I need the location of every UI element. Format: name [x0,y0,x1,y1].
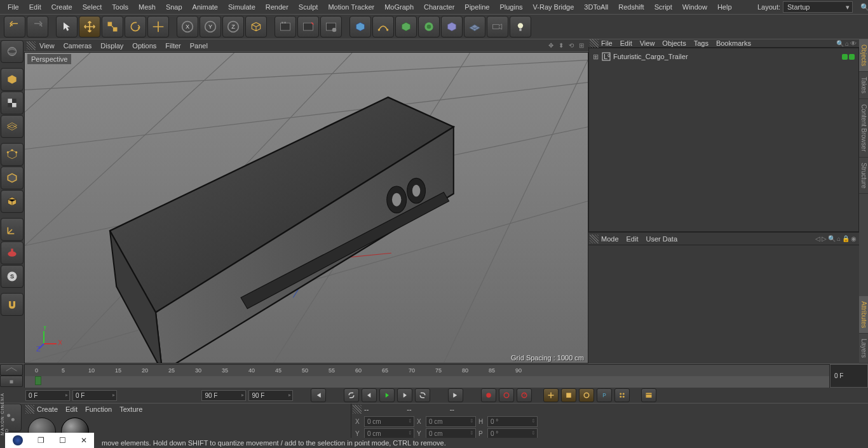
matmenu-edit[interactable]: Edit [65,405,78,413]
menu-create[interactable]: Create [46,1,78,13]
next-frame-button[interactable] [397,388,412,402]
point-mode-button[interactable] [1,143,24,166]
range-end-field[interactable]: 90 F [201,390,246,401]
nav-orbit-icon[interactable]: ⟲ [567,41,576,50]
omenu-file[interactable]: File [601,39,613,47]
menu-snap[interactable]: Snap [161,1,187,13]
rotate-tool-button[interactable] [125,16,146,37]
tab-structure[interactable]: Structure [859,158,868,194]
total-frames-field[interactable]: 90 F [248,390,293,401]
loop-fwd-button[interactable] [415,388,430,402]
omenu-bookmarks[interactable]: Bookmarks [716,39,751,47]
key-pos-button[interactable] [543,388,559,402]
drag-handle-icon[interactable] [590,234,599,243]
range-start-field[interactable]: 0 F [25,390,70,401]
tab-objects[interactable]: Objects [859,39,868,72]
key-scale-button[interactable] [561,388,576,402]
amenu-edit[interactable]: Edit [627,235,639,243]
omenu-view[interactable]: View [640,39,655,47]
menu-mesh[interactable]: Mesh [133,1,161,13]
x-axis-button[interactable]: X [177,16,198,37]
layout-dropdown[interactable]: Startup [783,1,853,13]
record-button[interactable] [481,388,496,402]
render-dot-icon[interactable] [849,54,855,60]
search-icon[interactable]: 🔍 [828,235,836,242]
render-view-button[interactable] [275,16,296,37]
menu-file[interactable]: File [3,1,24,13]
viewport-3d[interactable]: Perspective Grid Spacing : 1000 cm Y X Z [24,52,588,363]
scale-tool-button[interactable] [102,16,123,37]
menu-plugins[interactable]: Plugins [494,1,527,13]
viewport-solo-button[interactable] [1,241,24,264]
amenu-userdata[interactable]: User Data [646,235,678,243]
object-tree[interactable]: ⊞ L⁰ Futuristic_Cargo_Trailer [588,48,859,232]
maximize-icon[interactable]: ☐ [59,436,66,445]
matmenu-create[interactable]: Create [37,405,58,413]
tab-takes[interactable]: Takes [859,72,868,99]
model-mode-button[interactable] [1,68,24,91]
menu-3dtoall[interactable]: 3DToAll [579,1,613,13]
y-axis-button[interactable]: Y [200,16,221,37]
play-button[interactable] [379,388,395,402]
menu-motiontracker[interactable]: Motion Tracker [323,1,379,13]
goto-end-button[interactable] [448,388,463,402]
z-axis-button[interactable]: Z [222,16,244,37]
coord-pos-field[interactable]: 0 cm [364,416,414,427]
coord-system-button[interactable] [245,16,267,37]
omenu-tags[interactable]: Tags [694,39,709,47]
menu-edit[interactable]: Edit [24,1,46,13]
timeline-lock-button[interactable] [0,376,23,387]
menu-mograph[interactable]: MoGraph [379,1,419,13]
prev-frame-button[interactable] [362,388,377,402]
object-row[interactable]: ⊞ L⁰ Futuristic_Cargo_Trailer [592,51,856,62]
edge-mode-button[interactable] [1,166,24,189]
polygon-mode-button[interactable] [1,190,24,213]
search-icon[interactable]: 🔍 [855,1,865,14]
render-settings-button[interactable] [320,16,342,37]
playhead[interactable] [35,376,41,385]
menu-script[interactable]: Script [649,1,677,13]
spline-button[interactable] [372,16,394,37]
home-icon[interactable]: ⌂ [845,40,849,47]
tab-attributes[interactable]: Attributes [859,296,868,334]
close-icon[interactable]: ✕ [81,436,87,445]
vmenu-view[interactable]: View [39,42,55,50]
magnet-button[interactable] [1,293,24,316]
menu-redshift[interactable]: Redshift [613,1,649,13]
menu-simulate[interactable]: Simulate [223,1,261,13]
drag-handle-icon[interactable] [25,405,34,414]
restore-icon[interactable]: ❐ [37,436,44,445]
select-tool-button[interactable] [56,16,78,37]
goto-start-button[interactable] [311,388,326,402]
menu-pipeline[interactable]: Pipeline [459,1,494,13]
vmenu-filter[interactable]: Filter [165,42,180,50]
menu-help[interactable]: Help [712,1,737,13]
floor-button[interactable] [464,16,485,37]
lock-icon[interactable]: 🔒 [842,235,850,242]
omenu-objects[interactable]: Objects [662,39,686,47]
last-tool-button[interactable] [147,16,169,37]
timeline-window-button[interactable] [641,388,656,402]
matmenu-texture[interactable]: Texture [119,405,142,413]
current-frame-field[interactable]: 0 F [72,390,117,401]
key-param-button[interactable]: P [597,388,612,402]
menu-character[interactable]: Character [419,1,459,13]
visibility-dot-icon[interactable] [842,54,848,60]
search-icon[interactable]: 🔍 [836,40,844,47]
workplane-button[interactable] [1,115,24,138]
primitive-button[interactable] [349,16,371,37]
environment-button[interactable] [441,16,463,37]
nav-layout-icon[interactable]: ⊞ [577,41,586,50]
axis-button[interactable] [1,218,24,241]
app-icon[interactable] [13,435,23,445]
menu-select[interactable]: Select [78,1,107,13]
menu-animate[interactable]: Animate [187,1,223,13]
drag-handle-icon[interactable] [590,39,599,48]
matmenu-function[interactable]: Function [85,405,112,413]
vmenu-panel[interactable]: Panel [190,42,208,50]
vmenu-display[interactable]: Display [100,42,123,50]
eye-icon[interactable]: 👁 [850,40,857,47]
timeline-grid-button[interactable] [0,364,23,376]
menu-sculpt[interactable]: Sculpt [294,1,323,13]
drag-handle-icon[interactable] [27,41,36,50]
